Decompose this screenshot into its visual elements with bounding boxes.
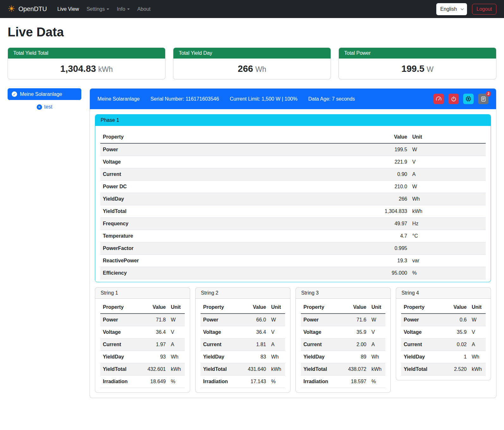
value-cell: 35.9 (445, 326, 469, 339)
table-row: ReactivePower19.3var (100, 255, 486, 267)
card-header: Total Yield Day (173, 48, 331, 59)
nav-item-live-view[interactable]: Live View (54, 4, 82, 15)
card-value: 266 (238, 64, 253, 74)
brand-text: OpenDTU (18, 5, 47, 13)
string-title: String 3 (296, 288, 390, 299)
table-row: Efficiency95.000% (100, 267, 486, 279)
table-row: Irradiation18.597% (301, 376, 385, 388)
property-cell: Power (401, 314, 445, 326)
x-circle-icon: ✕ (37, 104, 42, 110)
nav-item-info[interactable]: Info (114, 4, 133, 15)
logout-button[interactable]: Logout (472, 4, 496, 15)
property-cell: Irradiation (301, 376, 345, 388)
card-header: Total Power (339, 48, 496, 59)
language-selected-value: English (440, 6, 457, 12)
value-cell: 2.520 (445, 363, 469, 376)
unit-cell: Wh (269, 351, 285, 363)
table-row: Current2.00A (301, 339, 385, 351)
value-cell: 221.9 (370, 156, 410, 168)
card-value: 199.5 (401, 64, 425, 74)
table-row: Frequency49.97Hz (100, 218, 486, 230)
card-value: 1,304.83 (60, 64, 96, 74)
value-cell: 4.7 (370, 230, 410, 242)
table-row: Voltage35.9V (401, 326, 486, 339)
language-select[interactable]: English (436, 3, 467, 15)
value-cell: 0.6 (445, 314, 469, 326)
navbar-right: English Logout (436, 3, 496, 15)
table-header-row: Property Value Unit (201, 301, 285, 314)
content-row: ✓ Meine Solaranlage ✕ test Meine Solaran… (8, 88, 496, 398)
string-card-body: Property Value Unit Power71.8WVoltage36.… (95, 299, 190, 392)
check-circle-icon: ✓ (12, 91, 17, 97)
property-cell: Power (100, 143, 370, 156)
value-cell: 36.4 (144, 326, 168, 339)
column-header-unit: Unit (369, 301, 385, 314)
card-total-yield-total: Total Yield Total 1,304.83kWh (8, 47, 165, 79)
value-cell: 71.8 (144, 314, 168, 326)
table-row: PowerFactor0.995 (100, 242, 486, 255)
value-cell: 2.00 (345, 339, 369, 351)
card-total-yield-day: Total Yield Day 266Wh (173, 47, 331, 79)
string-card-3: String 3 Property Value Unit (296, 287, 391, 393)
property-cell: Power (100, 314, 144, 326)
sun-logo-icon: ☀ (8, 5, 15, 13)
value-cell: 1.81 (245, 339, 269, 351)
unit-cell: Wh (369, 351, 385, 363)
power-button[interactable] (448, 94, 459, 104)
property-cell: Voltage (401, 326, 445, 339)
nav-item-settings[interactable]: Settings (84, 4, 112, 15)
inverter-select-label: test (44, 104, 53, 110)
string-card-2: String 2 Property Value Unit (195, 287, 290, 393)
table-row: YieldTotal1,304.833kWh (100, 205, 486, 218)
event-log-button[interactable]: 2 (478, 94, 488, 104)
inverter-select-test[interactable]: ✕ test (8, 104, 81, 110)
value-cell: 18.649 (144, 376, 168, 388)
unit-cell: A (369, 339, 385, 351)
unit-cell: V (410, 156, 486, 168)
phase-card: Phase 1 Property Value Unit P (95, 114, 491, 282)
value-cell: 266 (370, 193, 410, 205)
card-body: 199.5W (339, 59, 496, 79)
event-count-badge: 2 (486, 91, 491, 97)
card-header: Total Yield Total (8, 48, 165, 59)
property-cell: Voltage (100, 326, 144, 339)
string-card-body: Property Value Unit Power66.0WVoltage36.… (196, 299, 290, 392)
string-card-4: String 4 Property Value Unit (396, 287, 491, 380)
value-cell: 95.000 (370, 267, 410, 279)
table-row: Irradiation18.649% (100, 376, 185, 388)
device-info-button[interactable] (463, 94, 474, 104)
unit-cell: A (269, 339, 285, 351)
table-row: YieldDay266Wh (100, 193, 486, 205)
table-row: Power199.5W (100, 143, 486, 156)
brand-link[interactable]: ☀ OpenDTU (8, 5, 47, 13)
unit-cell: A (410, 168, 486, 181)
property-cell: Frequency (100, 218, 370, 230)
inverter-panel-header: Meine Solaranlage Serial Number: 1161716… (90, 89, 496, 109)
table-row: YieldTotal2.520kWh (401, 363, 486, 376)
value-cell: 0.02 (445, 339, 469, 351)
nav-item-info-label: Info (117, 6, 125, 12)
inverter-select-button-active[interactable]: ✓ Meine Solaranlage (8, 88, 81, 100)
string-table: Property Value Unit Power0.6WVoltage35.9… (401, 301, 486, 376)
table-row: Power DC210.0W (100, 181, 486, 193)
inverter-serial-number: Serial Number: 116171603546 (150, 96, 219, 102)
unit-cell: V (369, 326, 385, 339)
unit-cell: % (269, 376, 285, 388)
unit-cell: kWh (168, 363, 185, 376)
power-icon (451, 96, 457, 102)
unit-cell: A (168, 339, 185, 351)
value-cell: 1 (445, 351, 469, 363)
nav-item-about[interactable]: About (134, 4, 153, 15)
limit-settings-button[interactable] (433, 94, 444, 104)
table-row: YieldDay1Wh (401, 351, 486, 363)
string-table: Property Value Unit Power66.0WVoltage36.… (201, 301, 285, 388)
column-header-unit: Unit (469, 301, 486, 314)
unit-cell: Wh (410, 193, 486, 205)
table-row: Voltage221.9V (100, 156, 486, 168)
inverter-panel: Meine Solaranlage Serial Number: 1161716… (90, 88, 496, 398)
unit-cell: W (269, 314, 285, 326)
column-header-value: Value (345, 301, 369, 314)
unit-cell: % (168, 376, 185, 388)
unit-cell: W (410, 143, 486, 156)
table-row: Power71.8W (100, 314, 185, 326)
